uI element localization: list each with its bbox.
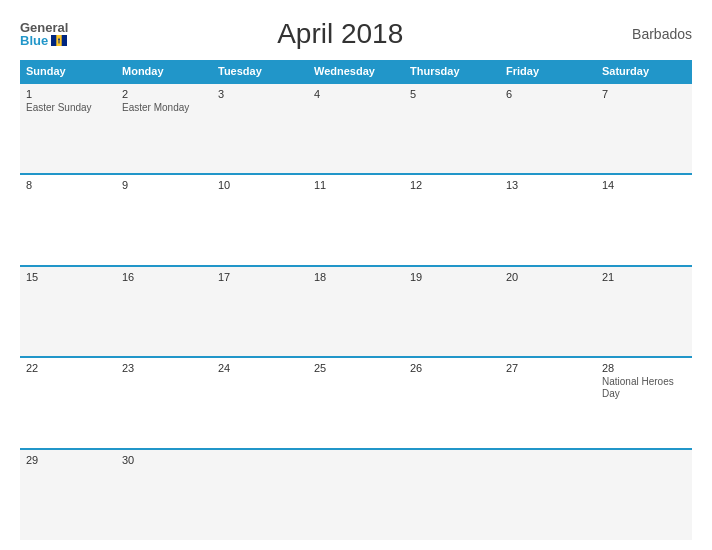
day-number: 15: [26, 271, 110, 283]
calendar-title: April 2018: [68, 18, 612, 50]
day-number: 4: [314, 88, 398, 100]
day-number: 27: [506, 362, 590, 374]
day-number: 8: [26, 179, 110, 191]
calendar-cell: 20: [500, 266, 596, 357]
calendar-row: 891011121314: [20, 174, 692, 265]
calendar-header: Sunday Monday Tuesday Wednesday Thursday…: [20, 60, 692, 83]
day-number: 16: [122, 271, 206, 283]
holiday-name: National Heroes Day: [602, 376, 686, 400]
svg-rect-3: [59, 40, 60, 44]
calendar-cell: 16: [116, 266, 212, 357]
day-number: 21: [602, 271, 686, 283]
calendar-cell: 22: [20, 357, 116, 448]
day-number: 7: [602, 88, 686, 100]
calendar-cell: 18: [308, 266, 404, 357]
day-number: 9: [122, 179, 206, 191]
calendar-cell: 8: [20, 174, 116, 265]
day-number: 11: [314, 179, 398, 191]
day-number: 24: [218, 362, 302, 374]
day-number: 19: [410, 271, 494, 283]
col-tuesday: Tuesday: [212, 60, 308, 83]
calendar-cell: 5: [404, 83, 500, 174]
holiday-name: Easter Monday: [122, 102, 206, 114]
day-number: 1: [26, 88, 110, 100]
calendar-page: General Blue April 2018 Barbados Sunday …: [0, 0, 712, 550]
country-name: Barbados: [612, 26, 692, 42]
calendar-cell: 19: [404, 266, 500, 357]
calendar-body: 1Easter Sunday2Easter Monday345678910111…: [20, 83, 692, 540]
calendar-cell: 28National Heroes Day: [596, 357, 692, 448]
calendar-row: 15161718192021: [20, 266, 692, 357]
calendar-cell: 17: [212, 266, 308, 357]
calendar-cell: 11: [308, 174, 404, 265]
day-number: 23: [122, 362, 206, 374]
calendar-cell: 9: [116, 174, 212, 265]
calendar-cell: 1Easter Sunday: [20, 83, 116, 174]
holiday-name: Easter Sunday: [26, 102, 110, 114]
col-saturday: Saturday: [596, 60, 692, 83]
logo-flag-icon: [51, 35, 67, 46]
calendar-cell: 13: [500, 174, 596, 265]
header: General Blue April 2018 Barbados: [20, 18, 692, 50]
day-number: 29: [26, 454, 110, 466]
calendar-cell: [212, 449, 308, 540]
calendar-cell: 3: [212, 83, 308, 174]
day-number: 3: [218, 88, 302, 100]
day-number: 22: [26, 362, 110, 374]
day-number: 18: [314, 271, 398, 283]
day-number: 2: [122, 88, 206, 100]
calendar-cell: 21: [596, 266, 692, 357]
calendar-cell: [500, 449, 596, 540]
col-sunday: Sunday: [20, 60, 116, 83]
calendar-cell: [596, 449, 692, 540]
calendar-cell: 24: [212, 357, 308, 448]
logo: General Blue: [20, 21, 68, 47]
day-number: 26: [410, 362, 494, 374]
calendar-cell: 10: [212, 174, 308, 265]
day-number: 17: [218, 271, 302, 283]
calendar-cell: 27: [500, 357, 596, 448]
calendar-cell: 6: [500, 83, 596, 174]
calendar-cell: 23: [116, 357, 212, 448]
day-number: 28: [602, 362, 686, 374]
calendar-cell: 2Easter Monday: [116, 83, 212, 174]
col-friday: Friday: [500, 60, 596, 83]
day-number: 10: [218, 179, 302, 191]
calendar-row: 1Easter Sunday2Easter Monday34567: [20, 83, 692, 174]
day-number: 12: [410, 179, 494, 191]
day-number: 5: [410, 88, 494, 100]
calendar-row: 22232425262728National Heroes Day: [20, 357, 692, 448]
calendar-cell: 25: [308, 357, 404, 448]
calendar-cell: 26: [404, 357, 500, 448]
col-monday: Monday: [116, 60, 212, 83]
day-number: 6: [506, 88, 590, 100]
col-wednesday: Wednesday: [308, 60, 404, 83]
calendar-cell: 7: [596, 83, 692, 174]
calendar-cell: 12: [404, 174, 500, 265]
logo-blue-text: Blue: [20, 34, 67, 47]
calendar-cell: 30: [116, 449, 212, 540]
calendar-cell: [404, 449, 500, 540]
day-number: 13: [506, 179, 590, 191]
calendar-cell: 4: [308, 83, 404, 174]
day-number: 14: [602, 179, 686, 191]
calendar-cell: 15: [20, 266, 116, 357]
calendar-table: Sunday Monday Tuesday Wednesday Thursday…: [20, 60, 692, 540]
day-number: 25: [314, 362, 398, 374]
calendar-row: 2930: [20, 449, 692, 540]
calendar-cell: [308, 449, 404, 540]
header-row: Sunday Monday Tuesday Wednesday Thursday…: [20, 60, 692, 83]
col-thursday: Thursday: [404, 60, 500, 83]
calendar-cell: 29: [20, 449, 116, 540]
day-number: 20: [506, 271, 590, 283]
calendar-cell: 14: [596, 174, 692, 265]
day-number: 30: [122, 454, 206, 466]
